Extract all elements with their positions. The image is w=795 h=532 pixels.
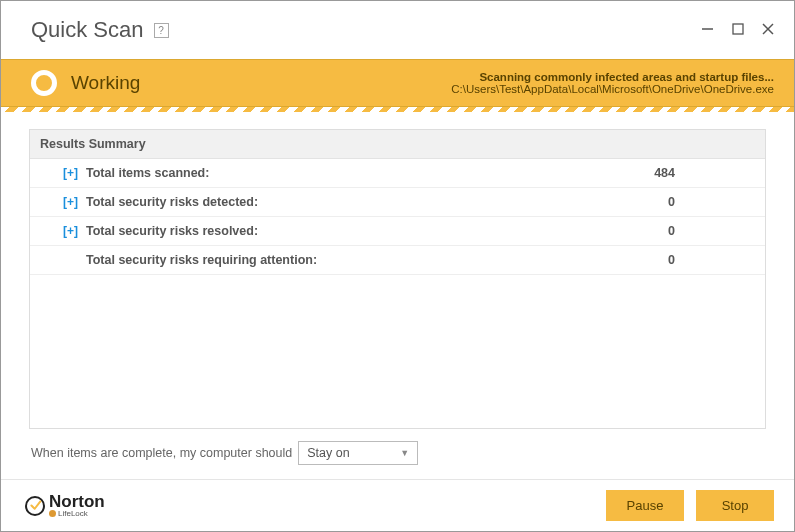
completion-row: When items are complete, my computer sho… xyxy=(29,429,766,469)
results-row: [+] Total security risks detected: 0 xyxy=(30,188,765,217)
status-path: C:\Users\Test\AppData\Local\Microsoft\On… xyxy=(451,83,774,95)
minimize-button[interactable] xyxy=(701,22,714,38)
help-button[interactable]: ? xyxy=(154,23,169,38)
logo-dot-icon xyxy=(49,510,56,517)
pause-button[interactable]: Pause xyxy=(606,490,684,521)
status-bar: Working Scanning commonly infected areas… xyxy=(1,59,794,107)
row-label: Total items scanned: xyxy=(86,166,654,180)
checkmark-icon xyxy=(25,496,45,516)
row-value: 0 xyxy=(668,195,755,209)
results-summary: Results Summary [+] Total items scanned:… xyxy=(29,129,766,429)
footer-buttons: Pause Stop xyxy=(606,490,774,521)
row-label: Total security risks requiring attention… xyxy=(86,253,668,267)
row-value: 0 xyxy=(668,224,755,238)
svg-rect-1 xyxy=(733,24,743,34)
results-row: Total security risks requiring attention… xyxy=(30,246,765,275)
expand-icon[interactable]: [+] xyxy=(40,166,86,180)
status-detail: Scanning commonly infected areas and sta… xyxy=(451,71,774,95)
completion-label: When items are complete, my computer sho… xyxy=(31,446,292,460)
window-controls xyxy=(701,22,774,38)
footer: Norton LifeLock Pause Stop xyxy=(1,479,794,531)
chevron-down-icon: ▼ xyxy=(400,448,409,458)
logo-text: Norton xyxy=(49,493,105,510)
row-value: 484 xyxy=(654,166,755,180)
status-headline: Scanning commonly infected areas and sta… xyxy=(451,71,774,83)
results-row: [+] Total security risks resolved: 0 xyxy=(30,217,765,246)
norton-logo: Norton LifeLock xyxy=(25,493,105,518)
row-label: Total security risks resolved: xyxy=(86,224,668,238)
close-button[interactable] xyxy=(762,22,774,38)
dropdown-value: Stay on xyxy=(307,446,349,460)
titlebar: Quick Scan ? xyxy=(1,1,794,59)
expand-icon[interactable]: [+] xyxy=(40,224,86,238)
results-header: Results Summary xyxy=(30,130,765,159)
row-value: 0 xyxy=(668,253,755,267)
row-label: Total security risks detected: xyxy=(86,195,668,209)
maximize-button[interactable] xyxy=(732,22,744,38)
content-area: Results Summary [+] Total items scanned:… xyxy=(1,107,794,479)
status-label: Working xyxy=(71,72,140,94)
results-row: [+] Total items scanned: 484 xyxy=(30,159,765,188)
stop-button[interactable]: Stop xyxy=(696,490,774,521)
window-title: Quick Scan xyxy=(31,17,144,43)
spinner-icon xyxy=(31,70,57,96)
completion-dropdown[interactable]: Stay on ▼ xyxy=(298,441,418,465)
expand-icon[interactable]: [+] xyxy=(40,195,86,209)
